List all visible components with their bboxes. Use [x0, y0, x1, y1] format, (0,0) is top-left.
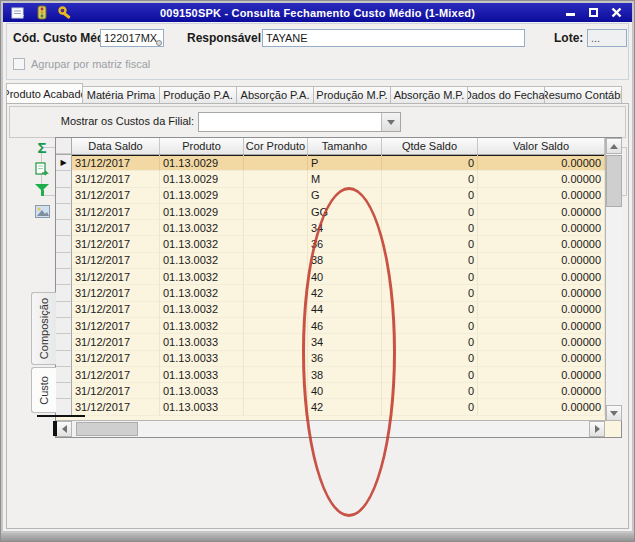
grid-cell-qtde: 0	[382, 351, 478, 367]
maximize-button[interactable]	[587, 6, 599, 18]
grid-cell-data: 31/12/2017	[72, 334, 160, 350]
grid-cell-data: 31/12/2017	[72, 302, 160, 318]
grid-cell-valor: 0.00000	[478, 367, 605, 383]
selected-row-marker: ▶	[60, 159, 66, 167]
grid-cell-produto: 01.13.0029	[160, 204, 244, 220]
grid-cell-valor: 0.00000	[478, 334, 605, 350]
scroll-up-button[interactable]	[606, 138, 622, 154]
column-header-data-saldo[interactable]: Data Saldo	[72, 138, 160, 154]
grid-cell-qtde: 0	[382, 204, 478, 220]
table-row[interactable]: 31/12/201701.13.00334000.00000	[56, 383, 605, 399]
grid-cell-valor: 0.00000	[478, 351, 605, 367]
filial-combobox[interactable]	[198, 112, 401, 132]
table-row[interactable]: 31/12/201701.13.00324200.00000	[56, 285, 605, 301]
grid-cell-cor	[244, 302, 308, 318]
table-row[interactable]: 31/12/201701.13.0029GG00.00000	[56, 204, 605, 220]
tab-produto-acabado[interactable]: Produto Acabado	[6, 83, 83, 104]
grid-cell-qtde: 0	[382, 171, 478, 187]
column-header-cor-produto[interactable]: Cor Produto	[244, 138, 308, 154]
tab-produ-o-m-p-[interactable]: Produção M.P.	[314, 86, 391, 104]
grid-cell-qtde: 0	[382, 334, 478, 350]
table-row[interactable]: 31/12/201701.13.00324400.00000	[56, 302, 605, 318]
scroll-right-button[interactable]	[589, 421, 605, 437]
responsavel-field[interactable]: TAYANE	[262, 29, 525, 47]
grid-cell-qtde: 0	[382, 220, 478, 236]
table-row[interactable]: 31/12/201701.13.00334200.00000	[56, 399, 605, 415]
row-indicator	[56, 399, 72, 415]
minimize-button[interactable]	[564, 6, 576, 18]
grid-cell-data: 31/12/2017	[72, 383, 160, 399]
side-tab-composicao[interactable]: Composição	[31, 292, 56, 365]
table-row[interactable]: 31/12/201701.13.0029M00.00000	[56, 171, 605, 187]
grid-cell-data: 31/12/2017	[72, 171, 160, 187]
grid-cell-valor: 0.00000	[478, 285, 605, 301]
horizontal-scroll-thumb[interactable]	[76, 422, 138, 436]
grid-header-row: Data SaldoProdutoCor ProdutoTamanhoQtde …	[56, 138, 605, 155]
filter-funnel-icon[interactable]	[34, 182, 51, 198]
grid-cell-tamanho: P	[308, 155, 382, 171]
tab-strip: Produto AcabadoMatéria PrimaProdução P.A…	[6, 83, 622, 104]
grid-cell-cor	[244, 220, 308, 236]
column-header-valor-saldo[interactable]: Valor Saldo	[478, 138, 605, 154]
column-header-qtde-saldo[interactable]: Qtde Saldo	[382, 138, 478, 154]
horizontal-scrollbar[interactable]	[56, 420, 605, 437]
table-row[interactable]: 31/12/201701.13.00333600.00000	[56, 351, 605, 367]
grid-cell-data: 31/12/2017	[72, 236, 160, 252]
grid-side-toolbar: Σ	[32, 140, 52, 219]
table-row[interactable]: 31/12/201701.13.00333400.00000	[56, 334, 605, 350]
image-icon[interactable]	[34, 203, 51, 219]
grid-cell-produto: 01.13.0033	[160, 334, 244, 350]
tab-resumo-cont-bil[interactable]: Resumo Contábil	[545, 86, 622, 104]
vertical-scroll-thumb[interactable]	[606, 155, 622, 207]
wrench-icon[interactable]	[58, 5, 73, 20]
side-tab-custo[interactable]: Custo	[31, 367, 56, 413]
agrupar-checkbox[interactable]	[13, 58, 25, 70]
lote-field[interactable]: ...	[587, 29, 627, 47]
form-icon[interactable]	[10, 5, 25, 20]
data-grid: Data SaldoProdutoCor ProdutoTamanhoQtde …	[55, 137, 622, 438]
scroll-down-button[interactable]	[606, 405, 622, 421]
export-sheet-icon[interactable]	[34, 161, 51, 177]
table-row[interactable]: 31/12/201701.13.0029G00.00000	[56, 188, 605, 204]
table-row[interactable]: 31/12/201701.13.00323400.00000	[56, 220, 605, 236]
row-indicator	[56, 204, 72, 220]
vertical-scrollbar[interactable]	[605, 138, 622, 421]
tab-absor-o-m-p-[interactable]: Absorção M.P.	[391, 86, 468, 104]
column-header-produto[interactable]: Produto	[160, 138, 244, 154]
filial-combobox-button[interactable]	[381, 113, 400, 131]
column-header-tamanho[interactable]: Tamanho	[308, 138, 382, 154]
grid-cell-qtde: 0	[382, 188, 478, 204]
grid-cell-valor: 0.00000	[478, 269, 605, 285]
row-indicator	[56, 302, 72, 318]
grid-cell-tamanho: 38	[308, 367, 382, 383]
grid-cell-produto: 01.13.0033	[160, 383, 244, 399]
table-row[interactable]: ▶31/12/201701.13.0029P00.00000	[56, 155, 605, 171]
lookup-icon[interactable]	[156, 40, 162, 46]
tab-dados-do-fechar[interactable]: Dados do Fechar	[468, 86, 545, 104]
tab-mat-ria-prima[interactable]: Matéria Prima	[83, 86, 160, 104]
table-row[interactable]: 31/12/201701.13.00323800.00000	[56, 253, 605, 269]
grid-cell-tamanho: 40	[308, 383, 382, 399]
grid-cell-cor	[244, 236, 308, 252]
row-indicator	[56, 220, 72, 236]
table-row[interactable]: 31/12/201701.13.00333800.00000	[56, 367, 605, 383]
table-row[interactable]: 31/12/201701.13.00323600.00000	[56, 236, 605, 252]
grid-indicator-header	[56, 138, 72, 154]
grid-cell-data: 31/12/2017	[72, 188, 160, 204]
grid-cell-tamanho: 36	[308, 236, 382, 252]
grid-cell-valor: 0.00000	[478, 236, 605, 252]
scroll-left-button[interactable]	[56, 421, 72, 437]
row-indicator	[56, 367, 72, 383]
traffic-light-icon[interactable]	[34, 5, 49, 20]
tab-produ-o-p-a-[interactable]: Produção P.A.	[160, 86, 237, 104]
grid-cell-qtde: 0	[382, 302, 478, 318]
row-indicator	[56, 188, 72, 204]
cod-custo-medio-field[interactable]: 122017MX	[100, 29, 164, 47]
sum-icon[interactable]: Σ	[34, 140, 51, 156]
row-indicator	[56, 236, 72, 252]
grid-cell-tamanho: 42	[308, 399, 382, 415]
table-row[interactable]: 31/12/201701.13.00324600.00000	[56, 318, 605, 334]
table-row[interactable]: 31/12/201701.13.00324000.00000	[56, 269, 605, 285]
tab-absor-o-p-a-[interactable]: Absorção P.A.	[237, 86, 314, 104]
close-button[interactable]	[610, 6, 622, 18]
